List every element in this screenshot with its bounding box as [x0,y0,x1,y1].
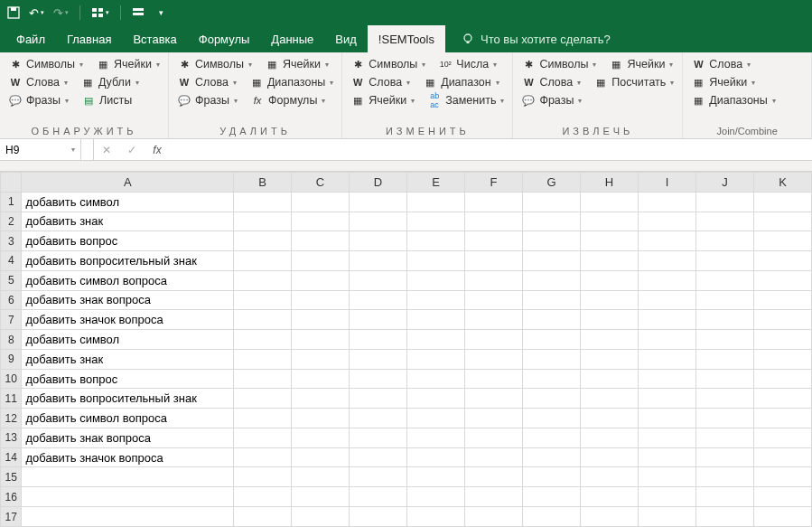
cell[interactable]: добавить символ [22,330,234,350]
cell[interactable] [234,290,292,310]
column-header[interactable]: G [523,173,581,193]
row-header[interactable]: 13 [1,428,22,447]
join-ranges-button[interactable]: ▦Диапазоны▾ [688,92,778,108]
cell[interactable] [234,467,292,487]
cell[interactable] [350,310,407,330]
cell[interactable] [753,290,811,310]
cell[interactable] [22,507,234,527]
cell[interactable] [580,270,638,290]
cell[interactable] [465,270,523,290]
cell[interactable] [523,507,581,527]
cell[interactable] [350,231,407,251]
cell[interactable] [465,310,523,330]
row-header[interactable]: 2 [1,212,22,231]
formula-input[interactable] [170,144,812,156]
column-header[interactable]: E [407,173,465,193]
cell[interactable] [580,310,638,330]
cell[interactable] [350,192,407,212]
cell[interactable] [523,270,581,290]
detect-cells-button[interactable]: ▦Ячейки▾ [93,56,163,72]
join-words-button[interactable]: WСлова▾ [688,56,753,72]
cell[interactable] [523,487,581,507]
row-header[interactable]: 3 [1,231,22,251]
cell[interactable] [523,447,581,467]
cell[interactable] [695,231,753,251]
cell[interactable] [350,447,407,467]
detect-sheets-button[interactable]: ▤Листы [79,92,135,108]
cell[interactable] [407,310,465,330]
cell[interactable] [465,290,523,310]
cell[interactable] [292,251,350,271]
cell[interactable] [580,487,638,507]
cell[interactable] [638,369,695,389]
cell[interactable] [753,270,811,290]
cell[interactable] [580,428,638,447]
delete-symbols-button[interactable]: ✱Символы▾ [174,56,255,72]
cell[interactable] [350,507,407,527]
cell[interactable] [580,447,638,467]
cell[interactable] [580,251,638,271]
cell[interactable] [523,389,581,409]
cell[interactable] [638,251,695,271]
join-cells-button[interactable]: ▦Ячейки▾ [688,74,758,90]
cell[interactable] [753,467,811,487]
cell[interactable] [465,369,523,389]
cell[interactable] [695,369,753,389]
cell[interactable] [753,251,811,271]
cell[interactable] [695,447,753,467]
cell[interactable] [695,192,753,212]
cell[interactable] [465,428,523,447]
cell[interactable] [234,212,292,231]
detect-dupes-button[interactable]: ▦Дубли▾ [78,74,142,90]
cell[interactable] [465,389,523,409]
cell[interactable] [350,330,407,350]
cell[interactable] [350,467,407,487]
cell[interactable] [523,369,581,389]
tab-view[interactable]: Вид [324,25,368,52]
tab-semtools[interactable]: !SEMTools [368,25,445,52]
cell[interactable]: добавить вопросительный знак [22,251,234,271]
cell[interactable]: добавить знак вопроса [22,428,234,447]
cell[interactable] [407,231,465,251]
cell[interactable] [465,507,523,527]
cell[interactable] [234,409,292,428]
cell[interactable] [753,487,811,507]
tab-file[interactable]: Файл [5,25,56,52]
cell[interactable] [523,467,581,487]
cell[interactable] [350,212,407,231]
column-header[interactable]: K [753,173,811,193]
column-header[interactable]: A [22,173,234,193]
cell[interactable] [638,192,695,212]
column-header[interactable]: H [580,173,638,193]
change-replace-button[interactable]: abacЗаменить▾ [425,92,507,108]
enter-icon[interactable]: ✓ [119,144,145,156]
cell[interactable] [695,389,753,409]
delete-ranges-button[interactable]: ▦Диапазоны▾ [247,74,336,90]
cell[interactable] [638,349,695,369]
delete-words-button[interactable]: WСлова▾ [174,74,239,90]
row-header[interactable]: 12 [1,409,22,428]
qat-custom2-icon[interactable] [132,6,145,19]
extract-count-button[interactable]: ▦Посчитать▾ [591,74,677,90]
cell[interactable] [695,290,753,310]
cell[interactable] [234,330,292,350]
cell[interactable] [292,409,350,428]
column-header[interactable]: D [350,173,407,193]
cancel-icon[interactable]: ✕ [94,144,119,156]
cell[interactable] [465,349,523,369]
cell[interactable] [465,330,523,350]
column-header[interactable]: B [234,173,292,193]
cell[interactable]: добавить символ [22,192,234,212]
cell[interactable] [292,330,350,350]
cell[interactable] [638,487,695,507]
cell[interactable] [465,251,523,271]
cell[interactable]: добавить вопрос [22,369,234,389]
cell[interactable] [753,192,811,212]
cell[interactable] [465,487,523,507]
cell[interactable] [350,251,407,271]
cell[interactable] [407,330,465,350]
cell[interactable] [465,467,523,487]
cell[interactable] [753,212,811,231]
cell[interactable] [465,212,523,231]
cell[interactable] [407,409,465,428]
